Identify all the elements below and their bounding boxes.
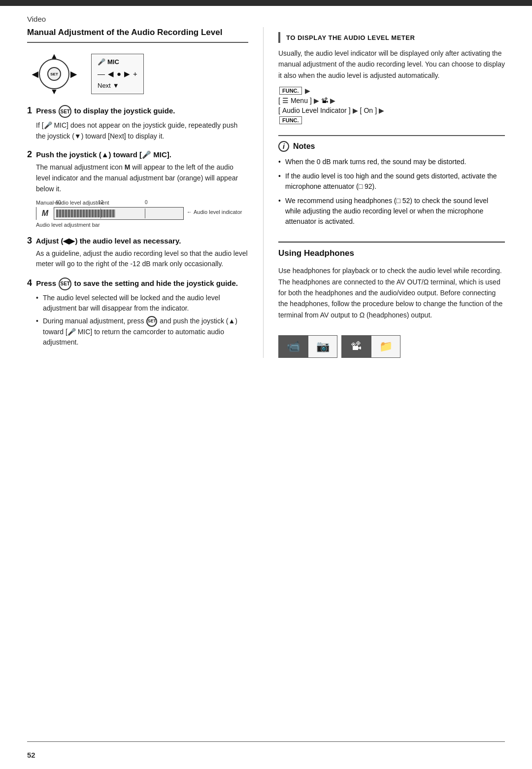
func-box-2: FUNC. [279,116,302,124]
note-2: If the audio level is too high and the s… [278,171,505,192]
step-3-text: Adjust (◀▶) the audio level as necessary… [36,237,181,245]
audio-diagram: Manual audio level adjustment -40 12 0 M [36,200,248,228]
right-icon: ▶ [124,68,130,80]
tick-1 [100,209,101,218]
audio-bar-visual: M [36,207,184,220]
arrow-left-icon: ◀ [32,70,38,79]
joystick-diagram: ▲ ▼ ◀ ▶ SET [32,52,76,96]
step-1: 1 Press SET to display the joystick guid… [27,105,248,141]
step-4-set-button: SET [59,278,71,290]
mic-text: MIC [107,57,119,68]
arrow-3: ▶ [330,97,335,105]
step-3-header: 3 Adjust (◀▶) the audio level as necessa… [27,236,248,246]
audio-indicator-bracket: [ [278,106,280,114]
audio-fill [56,210,115,217]
on-text: On [364,106,373,114]
step-4-header: 4 Press SET to save the setting and hide… [27,278,248,290]
camcorder-icon: 📽 [321,97,328,105]
step-1-header: 1 Press SET to display the joystick guid… [27,105,248,118]
section-title-left: Manual Adjustment of the Audio Recording… [27,27,248,43]
page-header: Video [0,6,532,27]
func-row-1: FUNC. ▶ [278,87,505,95]
m-icon: M [36,207,54,220]
bottom-nav-icons: 📹 📷 📽 📁 [278,335,505,358]
headphones-section: Using Headphones Use headphones for play… [278,242,505,358]
audio-level-indicator-label: Audio level indicator [194,209,242,215]
arrow-1: ▶ [305,87,310,95]
menu-label: Menu [291,97,308,105]
dash-icon: — [98,68,105,80]
mic-display: 🎤 MIC — ◀ ● ▶ + Next ▼ [91,54,144,94]
nav-icon-photo[interactable]: 📷 [308,335,337,358]
arrow-right-icon: ▶ [70,70,76,79]
step-3-num: 3 [27,236,32,245]
controls-row: — ◀ ● ▶ + [98,68,137,80]
step-4-bullet-2: During manual adjustment, press SET and … [36,316,248,348]
indicator-arrow-row: ← Audio level indicator [187,209,242,215]
step-2: 2 Push the joystick (▲) toward [🎤 MIC]. … [27,149,248,227]
func-menu-area: FUNC. ▶ [ ☰ Menu ] ▶ 📽 ▶ [ Audio Le [278,87,505,124]
notes-list: When the 0 dB mark turns red, the sound … [278,157,505,227]
joystick-center-button: SET [47,67,61,81]
fill-pattern [56,210,115,217]
step-4-body: The audio level selected will be locked … [36,293,248,348]
on-close: ] [375,106,377,114]
func-row-3: [ Audio Level Indicator ] ▶ [ On ] ▶ [278,106,505,114]
tick-2 [145,209,145,218]
mic-label-row: 🎤 MIC [98,57,137,68]
joystick-outer-circle: SET [39,59,69,89]
next-arrow: ▼ [113,80,119,91]
func-row-2: [ ☰ Menu ] ▶ 📽 ▶ [278,97,505,105]
bracket-close: ] [310,97,312,105]
step-4-text: to save the setting and hide the joystic… [74,279,238,287]
indicator-label-area: ← Audio level indicator [187,209,242,215]
step-2-header: 2 Push the joystick (▲) toward [🎤 MIC]. [27,149,248,160]
page-number: 52 [27,751,35,759]
step-1-set-button: SET [59,105,71,118]
top-bar [0,0,532,6]
step-4-bullets: The audio level selected will be locked … [36,293,248,348]
db-0: 0 [145,200,148,205]
step-4: 4 Press SET to save the setting and hide… [27,278,248,348]
notes-section: i Notes When the 0 dB mark turns red, th… [278,135,505,227]
step-4-bullet-1: The audio level selected will be locked … [36,293,248,314]
left-arrow-indicator: ← [187,209,192,215]
dot: ● [117,68,121,80]
black-dot: ◀ [108,68,114,80]
nav-icon-playback[interactable]: 📽 [341,335,371,358]
audio-indicator-text: Audio Level Indicator [282,106,347,114]
arrow-2: ▶ [314,97,319,105]
step-1-body: If [🎤 MIC] does not appear on the joysti… [36,120,248,141]
manual-audio-label: Manual audio level adjustment [36,200,248,206]
step-1-press-label: Press [36,106,56,115]
note-1: When the 0 dB mark turns red, the sound … [278,157,505,167]
plus-icon: + [133,68,137,80]
header-title: Video [27,15,46,23]
nav-icon-video[interactable]: 📹 [278,335,308,358]
menu-bracket: [ [278,97,280,105]
step-1-num: 1 [27,105,32,115]
step-3: 3 Adjust (◀▶) the audio level as necessa… [27,236,248,270]
audio-bar-outer: -40 12 0 M [36,207,184,220]
mic-icon: 🎤 [98,57,105,68]
step-4-num: 4 [27,278,32,288]
diagram-area: ▲ ▼ ◀ ▶ SET 🎤 MIC [32,52,248,96]
step-2-num: 2 [27,149,32,159]
joystick-wrapper: ▲ ▼ ◀ ▶ SET [32,52,76,96]
step-1-text: to display the joystick guide. [74,106,175,115]
notes-icon: i [278,141,289,152]
next-text: Next [98,80,111,91]
notes-title-text: Notes [293,142,315,151]
menu-icon: ☰ [282,97,289,105]
bottom-line [27,741,505,742]
display-meter-section: To display the audio level meter Usually… [278,32,505,124]
headphones-title: Using Headphones [278,248,505,258]
arrow-5: ▶ [379,106,384,114]
main-content: Manual Adjustment of the Audio Recording… [0,27,532,358]
db-40: -40 [54,200,61,205]
left-column: Manual Adjustment of the Audio Recording… [27,27,264,358]
nav-icon-folder[interactable]: 📁 [371,335,400,358]
arrow-4: ▶ [353,106,358,114]
step-4-press: Press [36,279,56,287]
page: Video Manual Adjustment of the Audio Rec… [0,0,532,769]
